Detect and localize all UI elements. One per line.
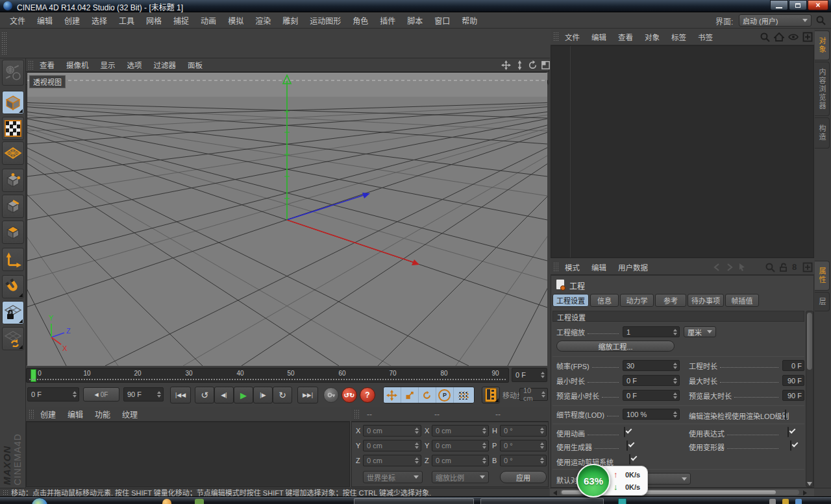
am-lock-icon[interactable] xyxy=(779,263,788,272)
workplane-transform-button[interactable] xyxy=(2,327,24,350)
play-button[interactable]: ▶ xyxy=(234,387,253,403)
search-icon[interactable] xyxy=(815,15,826,25)
tab-reference[interactable]: 参考 xyxy=(655,294,686,307)
scale-y-field[interactable]: 0 cm xyxy=(432,440,489,451)
minimize-button[interactable] xyxy=(770,0,788,10)
duration-field[interactable]: 0 F xyxy=(782,360,804,371)
lod-field[interactable]: 100 % xyxy=(623,409,680,420)
taskbar-tray-icon[interactable] xyxy=(769,499,776,504)
scale-project-button[interactable]: 缩放工程... xyxy=(556,341,675,352)
attribute-grip[interactable] xyxy=(553,262,559,272)
use-deformers-checkbox[interactable] xyxy=(790,440,791,451)
preview-min-field[interactable]: 0 F xyxy=(623,390,680,401)
timeline-playhead[interactable] xyxy=(31,369,36,382)
use-animation-checkbox[interactable] xyxy=(624,427,625,437)
vscroll-down-arrow[interactable] xyxy=(807,482,812,486)
taskbar-tray-icon[interactable] xyxy=(782,499,789,504)
scale-z-field[interactable]: 0 cm xyxy=(432,455,489,466)
pos-y-field[interactable]: 0 cm xyxy=(363,440,421,451)
motion-clip-button[interactable] xyxy=(482,387,500,403)
record-key-disabled-button[interactable] xyxy=(323,387,339,403)
rot-p-field[interactable]: 0 ° xyxy=(500,440,547,451)
om-menu-objects[interactable]: 对象 xyxy=(639,32,665,42)
viewport-menu-filter[interactable]: 过滤器 xyxy=(148,60,182,70)
taskbar-app-icon[interactable] xyxy=(195,499,204,504)
menu-select[interactable]: 选择 xyxy=(86,15,113,26)
spinner-icon[interactable] xyxy=(71,391,77,398)
rot-b-field[interactable]: 0 ° xyxy=(500,455,547,466)
material-menu-texture[interactable]: 纹理 xyxy=(116,409,143,420)
tab-structure[interactable]: 构造 xyxy=(815,117,830,149)
am-menu-edit[interactable]: 编辑 xyxy=(586,262,612,272)
model-mode-button[interactable] xyxy=(2,91,24,114)
taskbar-tray-icon[interactable] xyxy=(795,499,802,504)
section-header[interactable]: 工程设置 xyxy=(552,311,804,322)
spinner-icon[interactable] xyxy=(671,329,677,335)
current-frame-field[interactable]: 0 F xyxy=(512,368,547,382)
menu-mograph[interactable]: 运动图形 xyxy=(304,15,347,26)
frame-marker-button[interactable]: ◀ 0F xyxy=(83,387,119,402)
use-expressions-checkbox[interactable] xyxy=(788,427,789,437)
viewport-menu-camera[interactable]: 摄像机 xyxy=(60,60,95,70)
tab-content-browser[interactable]: 内容浏览器 xyxy=(815,62,830,116)
taskbar-window-button[interactable] xyxy=(480,498,604,504)
taskbar-window-button[interactable] xyxy=(354,498,474,504)
interface-dropdown[interactable]: 启动 (用户) xyxy=(739,14,812,27)
taskbar-app-icon[interactable] xyxy=(162,499,171,504)
om-menu-file[interactable]: 文件 xyxy=(559,32,586,42)
vscroll-thumb[interactable] xyxy=(807,313,812,370)
rot-h-field[interactable]: 0 ° xyxy=(500,425,547,437)
am-search-icon[interactable] xyxy=(765,262,775,272)
range-start-field[interactable]: 0 F xyxy=(27,387,79,402)
tab-layers[interactable]: 层 xyxy=(815,292,830,311)
om-menu-tags[interactable]: 标签 xyxy=(665,32,692,42)
material-grip[interactable] xyxy=(29,409,34,419)
snap-button[interactable] xyxy=(2,275,24,298)
menu-sculpt[interactable]: 雕刻 xyxy=(277,15,304,26)
om-home-icon[interactable] xyxy=(774,32,784,42)
om-search-icon[interactable] xyxy=(760,32,770,42)
apply-button[interactable]: 应用 xyxy=(500,471,547,483)
viewport-zoom-icon[interactable] xyxy=(515,60,525,70)
viewport-rotate-icon[interactable] xyxy=(528,60,538,70)
render-lod-checkbox[interactable] xyxy=(785,409,786,420)
pos-z-field[interactable]: 0 cm xyxy=(363,455,421,466)
viewport-toggle-icon[interactable] xyxy=(541,60,551,70)
autokey-help-button[interactable]: ? xyxy=(360,387,375,403)
material-menu-create[interactable]: 创建 xyxy=(34,409,62,420)
am-cursor-icon[interactable] xyxy=(738,263,747,272)
maximize-button[interactable] xyxy=(789,0,807,10)
viewport-pan-icon[interactable] xyxy=(501,60,511,70)
viewport-grip[interactable] xyxy=(28,60,34,70)
goto-end-button[interactable]: ▶▶| xyxy=(297,387,318,403)
menu-mesh[interactable]: 网格 xyxy=(140,15,167,26)
move-step-field[interactable]: 10 cm xyxy=(519,388,548,401)
tab-project-settings[interactable]: 工程设置 xyxy=(552,294,589,307)
spinner-icon[interactable] xyxy=(155,391,161,398)
tab-objects[interactable]: 对象 xyxy=(815,30,830,60)
key-parameter-button[interactable]: P xyxy=(436,387,454,403)
menu-edit[interactable]: 编辑 xyxy=(31,15,58,26)
coordinate-space-dropdown[interactable]: 世界坐标 xyxy=(363,471,423,483)
am-history-icon[interactable]: 8 xyxy=(792,262,797,272)
unit-dropdown[interactable]: 厘米 xyxy=(684,326,716,337)
key-scale-button[interactable] xyxy=(401,387,419,403)
spinner-icon[interactable] xyxy=(671,411,677,418)
menu-plugins[interactable]: 插件 xyxy=(374,15,401,26)
object-tree[interactable] xyxy=(551,45,814,258)
menu-character[interactable]: 角色 xyxy=(347,15,374,26)
material-manager-content[interactable] xyxy=(26,422,350,487)
preview-max-field[interactable]: 90 F xyxy=(782,390,804,401)
om-menu-bookmarks[interactable]: 书签 xyxy=(692,32,719,42)
view-label[interactable]: 透视视图 xyxy=(29,75,66,88)
min-time-field[interactable]: 0 F xyxy=(623,375,680,386)
spinner-icon[interactable] xyxy=(671,378,677,384)
scale-x-field[interactable]: 0 cm xyxy=(432,425,489,437)
use-motion-checkbox[interactable] xyxy=(629,454,630,464)
am-menu-mode[interactable]: 模式 xyxy=(559,262,586,272)
object-manager-grip[interactable] xyxy=(553,32,559,42)
prev-key-button[interactable]: ↺ xyxy=(195,387,214,403)
prev-frame-button[interactable]: ◀| xyxy=(214,387,234,403)
am-back-icon[interactable] xyxy=(713,263,722,272)
record-button[interactable]: ↺↻ xyxy=(341,387,357,403)
